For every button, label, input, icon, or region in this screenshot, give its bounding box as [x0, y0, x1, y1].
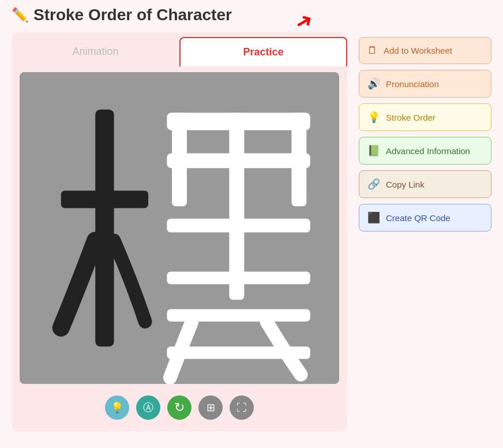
svg-rect-5	[172, 113, 187, 206]
copy-link-icon: 🔗	[367, 178, 380, 191]
worksheet-icon: 🗒	[367, 44, 378, 57]
character-display	[20, 72, 339, 384]
add-to-worksheet-button[interactable]: 🗒 Add to Worksheet	[359, 37, 491, 64]
copy-link-button[interactable]: 🔗 Copy Link	[359, 170, 491, 198]
advanced-label: Advanced Information	[386, 146, 470, 156]
stroke-order-button[interactable]: 💡 Stroke Order	[359, 103, 491, 131]
expand-button[interactable]: ⛶	[230, 395, 254, 420]
qr-label: Create QR Code	[386, 213, 451, 223]
svg-rect-11	[167, 346, 310, 359]
pencil-icon: ✏️	[12, 7, 29, 23]
plus-button[interactable]: ⊞	[198, 395, 223, 420]
svg-rect-9	[167, 272, 310, 285]
create-qr-button[interactable]: ⬛ Create QR Code	[359, 204, 491, 232]
controls-row: 💡 Ⓐ ↻ ⊞ ⛶	[12, 390, 347, 422]
pronunciation-button[interactable]: 🔊 Pronunciation	[359, 70, 491, 98]
character-svg	[20, 72, 339, 384]
advanced-information-button[interactable]: 📗 Advanced Information	[359, 137, 491, 165]
page-header: ✏️ Stroke Order of Character	[12, 6, 491, 24]
main-layout: Animation Practice ➜	[12, 32, 491, 431]
tab-practice[interactable]: Practice	[179, 37, 347, 66]
at-button[interactable]: Ⓐ	[136, 395, 160, 420]
svg-rect-2	[61, 191, 148, 208]
advanced-icon: 📗	[367, 144, 380, 157]
svg-rect-6	[291, 113, 306, 206]
stroke-order-icon: 💡	[367, 111, 380, 124]
tabs-container: Animation Practice ➜	[12, 32, 347, 66]
page-title: Stroke Order of Character	[33, 6, 232, 24]
pronunciation-icon: 🔊	[367, 77, 380, 90]
right-panel: 🗒 Add to Worksheet 🔊 Pronunciation 💡 Str…	[359, 32, 491, 232]
left-panel: Animation Practice ➜	[12, 32, 347, 431]
copy-link-label: Copy Link	[386, 180, 425, 189]
stroke-order-label: Stroke Order	[386, 113, 436, 122]
lightbulb-button[interactable]: 💡	[105, 395, 129, 420]
worksheet-label: Add to Worksheet	[384, 46, 452, 55]
svg-rect-1	[95, 110, 114, 346]
tab-animation[interactable]: Animation	[12, 37, 179, 66]
pronunciation-label: Pronunciation	[386, 79, 439, 89]
qr-icon: ⬛	[367, 211, 380, 224]
refresh-button[interactable]: ↻	[167, 395, 192, 420]
